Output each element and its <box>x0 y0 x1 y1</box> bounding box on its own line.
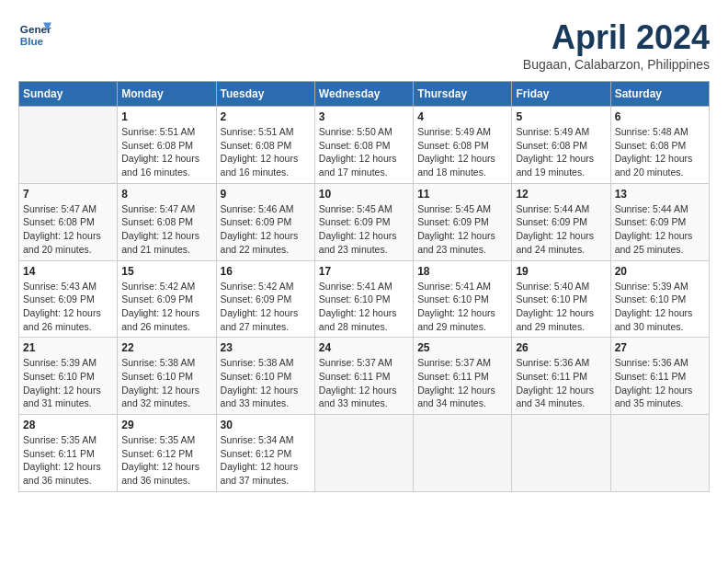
calendar-cell: 8Sunrise: 5:47 AM Sunset: 6:08 PM Daylig… <box>118 183 216 260</box>
calendar-cell: 19Sunrise: 5:40 AM Sunset: 6:10 PM Dayli… <box>512 260 610 338</box>
day-number: 27 <box>615 341 705 354</box>
day-number: 3 <box>319 110 409 123</box>
calendar-cell: 13Sunrise: 5:44 AM Sunset: 6:09 PM Dayli… <box>610 183 709 260</box>
calendar-cell: 17Sunrise: 5:41 AM Sunset: 6:10 PM Dayli… <box>314 260 413 338</box>
page-header: General Blue General Blue April 2024 Bug… <box>18 18 710 72</box>
month-title: April 2024 <box>523 18 710 57</box>
weekday-header-cell: Sunday <box>19 82 118 107</box>
calendar-cell: 24Sunrise: 5:37 AM Sunset: 6:11 PM Dayli… <box>314 338 413 415</box>
day-info: Sunrise: 5:51 AM Sunset: 6:08 PM Dayligh… <box>121 125 211 179</box>
day-info: Sunrise: 5:44 AM Sunset: 6:09 PM Dayligh… <box>516 202 606 257</box>
calendar-table: SundayMondayTuesdayWednesdayThursdayFrid… <box>18 81 710 492</box>
calendar-cell: 1Sunrise: 5:51 AM Sunset: 6:08 PM Daylig… <box>118 107 216 184</box>
day-info: Sunrise: 5:38 AM Sunset: 6:10 PM Dayligh… <box>121 356 211 410</box>
day-info: Sunrise: 5:43 AM Sunset: 6:09 PM Dayligh… <box>23 280 113 334</box>
weekday-header-cell: Monday <box>118 82 216 107</box>
calendar-cell: 9Sunrise: 5:46 AM Sunset: 6:09 PM Daylig… <box>216 183 314 260</box>
day-number: 29 <box>121 419 211 431</box>
day-number: 20 <box>615 265 705 278</box>
day-info: Sunrise: 5:42 AM Sunset: 6:09 PM Dayligh… <box>221 280 311 334</box>
calendar-cell <box>19 107 118 184</box>
day-info: Sunrise: 5:49 AM Sunset: 6:08 PM Dayligh… <box>516 125 606 179</box>
day-info: Sunrise: 5:47 AM Sunset: 6:08 PM Dayligh… <box>121 202 211 257</box>
day-info: Sunrise: 5:44 AM Sunset: 6:09 PM Dayligh… <box>615 202 705 257</box>
weekday-header-cell: Saturday <box>610 82 709 107</box>
day-info: Sunrise: 5:36 AM Sunset: 6:11 PM Dayligh… <box>516 356 606 410</box>
calendar-cell: 5Sunrise: 5:49 AM Sunset: 6:08 PM Daylig… <box>512 107 610 184</box>
day-number: 12 <box>516 188 606 201</box>
day-info: Sunrise: 5:35 AM Sunset: 6:11 PM Dayligh… <box>23 433 113 488</box>
location-subtitle: Bugaan, Calabarzon, Philippines <box>523 57 710 72</box>
logo: General Blue General Blue <box>18 18 55 52</box>
day-number: 21 <box>23 341 113 354</box>
calendar-cell: 11Sunrise: 5:45 AM Sunset: 6:09 PM Dayli… <box>414 183 512 260</box>
day-number: 2 <box>221 110 311 123</box>
calendar-week-row: 14Sunrise: 5:43 AM Sunset: 6:09 PM Dayli… <box>19 260 710 338</box>
day-info: Sunrise: 5:50 AM Sunset: 6:08 PM Dayligh… <box>319 125 409 179</box>
day-number: 8 <box>121 188 211 201</box>
day-info: Sunrise: 5:39 AM Sunset: 6:10 PM Dayligh… <box>23 356 113 410</box>
day-info: Sunrise: 5:37 AM Sunset: 6:11 PM Dayligh… <box>319 356 409 410</box>
day-number: 14 <box>23 265 113 278</box>
calendar-cell: 3Sunrise: 5:50 AM Sunset: 6:08 PM Daylig… <box>314 107 413 184</box>
day-info: Sunrise: 5:38 AM Sunset: 6:10 PM Dayligh… <box>221 356 311 410</box>
calendar-cell: 27Sunrise: 5:36 AM Sunset: 6:11 PM Dayli… <box>610 338 709 415</box>
calendar-cell: 14Sunrise: 5:43 AM Sunset: 6:09 PM Dayli… <box>19 260 118 338</box>
calendar-cell: 6Sunrise: 5:48 AM Sunset: 6:08 PM Daylig… <box>610 107 709 184</box>
day-number: 25 <box>417 341 507 354</box>
calendar-cell: 21Sunrise: 5:39 AM Sunset: 6:10 PM Dayli… <box>19 338 118 415</box>
calendar-cell: 20Sunrise: 5:39 AM Sunset: 6:10 PM Dayli… <box>610 260 709 338</box>
calendar-cell: 2Sunrise: 5:51 AM Sunset: 6:08 PM Daylig… <box>216 107 314 184</box>
day-number: 30 <box>221 419 311 431</box>
calendar-cell <box>314 415 413 492</box>
calendar-cell: 30Sunrise: 5:34 AM Sunset: 6:12 PM Dayli… <box>216 415 314 492</box>
day-number: 6 <box>615 110 705 123</box>
day-number: 10 <box>319 188 409 201</box>
weekday-header-cell: Thursday <box>414 82 512 107</box>
calendar-cell: 16Sunrise: 5:42 AM Sunset: 6:09 PM Dayli… <box>216 260 314 338</box>
day-info: Sunrise: 5:51 AM Sunset: 6:08 PM Dayligh… <box>221 125 311 179</box>
weekday-header-cell: Wednesday <box>314 82 413 107</box>
calendar-week-row: 28Sunrise: 5:35 AM Sunset: 6:11 PM Dayli… <box>19 415 710 492</box>
day-number: 17 <box>319 265 409 278</box>
title-area: April 2024 Bugaan, Calabarzon, Philippin… <box>523 18 710 72</box>
day-number: 4 <box>417 110 507 123</box>
day-info: Sunrise: 5:45 AM Sunset: 6:09 PM Dayligh… <box>319 202 409 257</box>
day-number: 24 <box>319 341 409 354</box>
calendar-body: 1Sunrise: 5:51 AM Sunset: 6:08 PM Daylig… <box>19 107 710 492</box>
day-number: 9 <box>221 188 311 201</box>
calendar-cell <box>610 415 709 492</box>
day-number: 1 <box>121 110 211 123</box>
day-number: 19 <box>516 265 606 278</box>
calendar-cell: 15Sunrise: 5:42 AM Sunset: 6:09 PM Dayli… <box>118 260 216 338</box>
day-info: Sunrise: 5:49 AM Sunset: 6:08 PM Dayligh… <box>417 125 507 179</box>
day-info: Sunrise: 5:41 AM Sunset: 6:10 PM Dayligh… <box>319 280 409 334</box>
calendar-cell: 23Sunrise: 5:38 AM Sunset: 6:10 PM Dayli… <box>216 338 314 415</box>
calendar-cell: 7Sunrise: 5:47 AM Sunset: 6:08 PM Daylig… <box>19 183 118 260</box>
calendar-cell: 29Sunrise: 5:35 AM Sunset: 6:12 PM Dayli… <box>118 415 216 492</box>
day-number: 18 <box>417 265 507 278</box>
day-number: 13 <box>615 188 705 201</box>
day-info: Sunrise: 5:46 AM Sunset: 6:09 PM Dayligh… <box>221 202 311 257</box>
calendar-week-row: 7Sunrise: 5:47 AM Sunset: 6:08 PM Daylig… <box>19 183 710 260</box>
day-info: Sunrise: 5:35 AM Sunset: 6:12 PM Dayligh… <box>121 433 211 488</box>
svg-text:Blue: Blue <box>20 35 44 47</box>
day-info: Sunrise: 5:34 AM Sunset: 6:12 PM Dayligh… <box>221 433 311 488</box>
day-info: Sunrise: 5:41 AM Sunset: 6:10 PM Dayligh… <box>417 280 507 334</box>
day-number: 11 <box>417 188 507 201</box>
day-info: Sunrise: 5:47 AM Sunset: 6:08 PM Dayligh… <box>23 202 113 257</box>
calendar-week-row: 21Sunrise: 5:39 AM Sunset: 6:10 PM Dayli… <box>19 338 710 415</box>
calendar-cell: 12Sunrise: 5:44 AM Sunset: 6:09 PM Dayli… <box>512 183 610 260</box>
weekday-header-cell: Friday <box>512 82 610 107</box>
calendar-cell: 26Sunrise: 5:36 AM Sunset: 6:11 PM Dayli… <box>512 338 610 415</box>
calendar-cell: 22Sunrise: 5:38 AM Sunset: 6:10 PM Dayli… <box>118 338 216 415</box>
day-info: Sunrise: 5:40 AM Sunset: 6:10 PM Dayligh… <box>516 280 606 334</box>
calendar-cell: 28Sunrise: 5:35 AM Sunset: 6:11 PM Dayli… <box>19 415 118 492</box>
day-number: 23 <box>221 341 311 354</box>
day-info: Sunrise: 5:48 AM Sunset: 6:08 PM Dayligh… <box>615 125 705 179</box>
day-number: 22 <box>121 341 211 354</box>
day-number: 15 <box>121 265 211 278</box>
day-info: Sunrise: 5:45 AM Sunset: 6:09 PM Dayligh… <box>417 202 507 257</box>
calendar-cell <box>414 415 512 492</box>
weekday-header-cell: Tuesday <box>216 82 314 107</box>
